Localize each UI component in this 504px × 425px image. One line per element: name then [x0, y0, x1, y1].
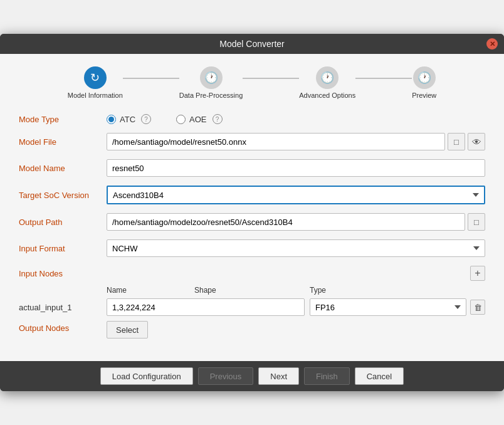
- step-1-circle: ↻: [84, 66, 107, 89]
- aoe-radio[interactable]: [176, 115, 186, 124]
- output-path-label: Output Path: [19, 218, 107, 227]
- step-line-3: [355, 78, 412, 79]
- node-shape-input-1[interactable]: [107, 298, 305, 316]
- aoe-radio-option[interactable]: AOE ?: [176, 114, 222, 124]
- input-format-select[interactable]: NCHW: [107, 239, 485, 257]
- node-row-1: actual_input_1 FP16 FP32 INT8 🗑: [19, 298, 485, 316]
- step-4-label: Preview: [412, 92, 436, 99]
- add-icon: +: [475, 268, 480, 279]
- step-preview[interactable]: 🕐 Preview: [412, 66, 436, 99]
- delete-icon: 🗑: [474, 303, 482, 312]
- add-node-button[interactable]: +: [470, 266, 485, 281]
- input-format-row: Input Format NCHW: [19, 239, 485, 257]
- mode-type-label: Mode Type: [19, 115, 107, 124]
- input-nodes-header: Input Nodes +: [19, 266, 485, 281]
- target-soc-select[interactable]: Ascend310B4: [107, 186, 485, 204]
- aoe-label: AOE: [189, 115, 206, 124]
- model-file-label: Model File: [19, 137, 107, 147]
- output-path-row: Output Path □: [19, 213, 485, 231]
- atc-label: ATC: [120, 115, 135, 124]
- output-path-input[interactable]: [107, 213, 465, 231]
- node-type-select-1[interactable]: FP16 FP32 INT8: [310, 298, 466, 316]
- step-3-label: Advanced Options: [299, 92, 355, 99]
- model-name-input[interactable]: [107, 159, 485, 177]
- step-2-label: Data Pre-Processing: [179, 92, 243, 99]
- input-nodes-label: Input Nodes: [19, 269, 107, 278]
- model-file-row: Model File □ 👁: [19, 133, 485, 150]
- close-button[interactable]: ✕: [486, 38, 498, 50]
- window-title: Model Converter: [219, 39, 285, 49]
- target-soc-label: Target SoC Version: [19, 191, 107, 200]
- load-configuration-button[interactable]: Load Configuration: [100, 367, 193, 385]
- model-name-label: Model Name: [19, 164, 107, 173]
- col-name-header: Name: [107, 286, 194, 295]
- previous-button[interactable]: Previous: [198, 367, 254, 385]
- model-file-folder-button[interactable]: □: [448, 133, 465, 150]
- step-line-2: [243, 78, 299, 79]
- finish-button[interactable]: Finish: [304, 367, 350, 385]
- output-folder-icon: □: [474, 218, 479, 227]
- mode-type-radio-group: ATC ? AOE ?: [107, 114, 223, 124]
- atc-help-icon[interactable]: ?: [141, 114, 151, 124]
- step-4-icon: 🕐: [417, 71, 431, 85]
- atc-radio-option[interactable]: ATC ?: [107, 114, 151, 124]
- folder-icon: □: [454, 137, 459, 147]
- cancel-button[interactable]: Cancel: [355, 367, 404, 385]
- output-path-input-group: □: [107, 213, 485, 231]
- col-shape-header: Shape: [194, 286, 310, 295]
- output-nodes-label: Output Nodes: [19, 321, 107, 333]
- step-1-label: Model Information: [68, 92, 123, 99]
- step-line-1: [123, 78, 179, 79]
- step-3-circle: 🕐: [316, 66, 339, 89]
- col-type-header: Type: [310, 286, 485, 295]
- node-name-1: actual_input_1: [19, 303, 107, 312]
- output-nodes-select-button[interactable]: Select: [107, 321, 148, 338]
- main-content: ↻ Model Information 🕐 Data Pre-Processin…: [0, 54, 504, 361]
- delete-node-button-1[interactable]: 🗑: [470, 300, 485, 315]
- model-converter-window: Model Converter ✕ ↻ Model Information 🕐 …: [0, 34, 504, 391]
- step-2-circle: 🕐: [200, 66, 223, 89]
- step-advanced-options[interactable]: 🕐 Advanced Options: [299, 66, 355, 99]
- title-bar: Model Converter ✕: [0, 34, 504, 54]
- model-name-row: Model Name: [19, 159, 485, 177]
- nodes-table-header: Name Shape Type: [19, 286, 485, 295]
- output-path-folder-button[interactable]: □: [468, 213, 485, 231]
- aoe-help-icon[interactable]: ?: [213, 114, 223, 124]
- step-data-preprocessing[interactable]: 🕐 Data Pre-Processing: [179, 66, 243, 99]
- atc-radio[interactable]: [107, 115, 116, 124]
- output-nodes-section: Output Nodes Select: [19, 321, 485, 338]
- target-soc-row: Target SoC Version Ascend310B4: [19, 186, 485, 204]
- form-area: Mode Type ATC ? AOE ? Model File: [19, 114, 485, 338]
- close-icon: ✕: [490, 40, 495, 48]
- step-1-icon: ↻: [90, 71, 100, 85]
- input-format-label: Input Format: [19, 244, 107, 253]
- add-node-area: +: [107, 266, 485, 281]
- eye-icon: 👁: [472, 137, 481, 147]
- footer: Load Configuration Previous Next Finish …: [0, 361, 504, 391]
- mode-type-row: Mode Type ATC ? AOE ?: [19, 114, 485, 124]
- step-4-circle: 🕐: [413, 66, 436, 89]
- model-file-input-group: □ 👁: [107, 133, 485, 150]
- next-button[interactable]: Next: [258, 367, 299, 385]
- model-file-eye-button[interactable]: 👁: [468, 133, 485, 150]
- step-model-information[interactable]: ↻ Model Information: [68, 66, 123, 99]
- stepper: ↻ Model Information 🕐 Data Pre-Processin…: [19, 66, 485, 99]
- step-3-icon: 🕐: [320, 71, 334, 85]
- model-file-input[interactable]: [107, 133, 445, 150]
- step-2-icon: 🕐: [204, 71, 218, 85]
